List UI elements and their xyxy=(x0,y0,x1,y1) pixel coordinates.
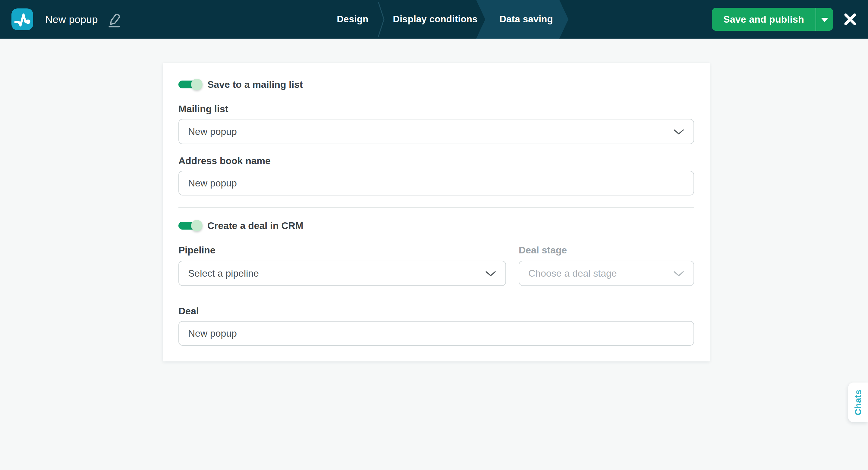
caret-down-icon xyxy=(821,18,828,22)
app-logo[interactable] xyxy=(11,8,33,30)
chats-tab-label: Chats xyxy=(853,389,863,415)
pipeline-column: Pipeline Select a pipeline xyxy=(179,244,506,286)
chevron-down-icon xyxy=(486,271,496,276)
mailing-list-select[interactable]: New popup xyxy=(179,119,694,144)
save-split-button: Save and publish xyxy=(712,8,833,31)
section-divider xyxy=(179,207,694,208)
tab-display-conditions[interactable]: Display conditions xyxy=(390,0,480,39)
deal-stage-select[interactable]: Choose a deal stage xyxy=(519,261,694,286)
crm-toggle-row: Create a deal in CRM xyxy=(179,219,694,232)
toggle-knob xyxy=(191,220,203,231)
close-icon xyxy=(844,13,857,26)
toggle-knob xyxy=(191,79,203,90)
tab-design[interactable]: Design xyxy=(322,0,383,39)
settings-card: Save to a mailing list Mailing list New … xyxy=(163,63,710,361)
popup-title: New popup xyxy=(45,13,98,25)
top-bar: New popup Design Display conditions Data… xyxy=(0,0,868,39)
mailing-toggle-label: Save to a mailing list xyxy=(207,79,303,90)
create-deal-crm-toggle[interactable] xyxy=(179,222,201,230)
close-button[interactable] xyxy=(842,11,858,27)
edit-title-button[interactable] xyxy=(106,10,121,29)
pipeline-dealstage-row: Pipeline Select a pipeline Deal stage Ch… xyxy=(179,244,694,286)
save-and-publish-button[interactable]: Save and publish xyxy=(712,8,815,31)
mailing-list-select-value: New popup xyxy=(188,126,237,137)
address-book-name-input[interactable] xyxy=(179,171,694,196)
tab-data-saving[interactable]: Data saving xyxy=(476,0,568,39)
data-saving-panel: Save to a mailing list Mailing list New … xyxy=(0,39,868,470)
mailing-list-toggle-row: Save to a mailing list xyxy=(179,79,694,90)
address-book-name-label: Address book name xyxy=(179,155,694,167)
pipeline-select[interactable]: Select a pipeline xyxy=(179,261,506,286)
chevron-separator-icon xyxy=(377,2,385,37)
deal-stage-column: Deal stage Choose a deal stage xyxy=(519,244,694,286)
pulse-icon xyxy=(11,8,33,30)
deal-input[interactable] xyxy=(179,321,694,346)
crm-toggle-label: Create a deal in CRM xyxy=(207,220,303,231)
chats-tab[interactable]: Chats xyxy=(848,383,868,422)
pencil-icon xyxy=(107,11,120,28)
deal-label: Deal xyxy=(179,305,694,317)
chevron-down-icon xyxy=(674,129,684,135)
save-to-mailing-list-toggle[interactable] xyxy=(179,81,201,88)
chevron-down-icon xyxy=(674,271,684,276)
save-options-dropdown-button[interactable] xyxy=(815,8,833,31)
deal-stage-label: Deal stage xyxy=(519,244,694,256)
mailing-list-label: Mailing list xyxy=(179,103,694,115)
pipeline-label: Pipeline xyxy=(179,244,506,256)
pipeline-select-value: Select a pipeline xyxy=(188,268,259,279)
deal-stage-select-value: Choose a deal stage xyxy=(528,268,617,279)
